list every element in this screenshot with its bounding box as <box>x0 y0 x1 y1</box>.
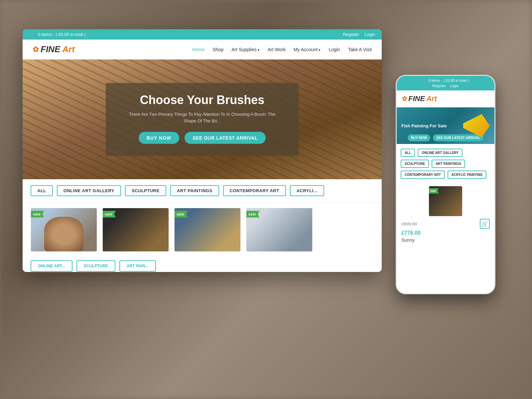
hero-buttons: BUY NOW SEE OUR LATEST ARRIVAL <box>122 132 282 144</box>
products-grid: sale sale sale sale <box>23 202 382 257</box>
logo: ✿ FINE Art <box>33 44 75 55</box>
hero-title: Choose Your Brushes <box>122 93 282 107</box>
login-link[interactable]: Login <box>364 32 375 37</box>
mobile-topbar: 🛒 0 items - ( £0.00 in total ) Register … <box>397 76 494 90</box>
bottom-tab-2[interactable]: SCULPTURE <box>76 260 115 272</box>
product-image-2: sale <box>103 208 169 251</box>
nav-art-work[interactable]: Art Work <box>268 47 286 52</box>
mobile-register-link[interactable]: Register <box>432 84 446 88</box>
cart-text: 0 items - ( £0.00 in total ) <box>38 32 86 37</box>
filter-acrylic[interactable]: ACRYLI... <box>290 185 324 196</box>
mobile-product-prices: £805.00 🛒 <box>401 219 490 229</box>
sale-badge-2: sale <box>102 211 116 217</box>
mobile-cart-info: 🛒 0 items - ( £0.00 in total ) <box>401 78 490 83</box>
product-image-1: sale <box>31 208 97 251</box>
mobile-logo-bar: ✿ FINE Art <box>397 90 494 107</box>
filter-bar: ALL ONLINE ART GALLERY SCULPTURE ART PAI… <box>23 179 382 202</box>
mobile-filter-all[interactable]: ALL <box>401 149 415 157</box>
sale-badge-1: sale <box>31 211 44 217</box>
mobile-filter-acrylic-painting[interactable]: ACRYLIC PAINTING <box>448 171 487 179</box>
mobile-new-price: £776.00 <box>401 230 421 236</box>
desktop-browser: 0 items - ( £0.00 in total ) Register Lo… <box>23 29 382 272</box>
cart-icon <box>29 32 36 37</box>
hero-buy-now-button[interactable]: BUY NOW <box>139 132 179 144</box>
sale-badge-4: sale <box>246 211 259 217</box>
mobile-hero: Fish Painting For Sale BUY NOW SEE OUR L… <box>397 107 494 144</box>
filter-online-art-gallery[interactable]: ONLINE ART GALLERY <box>57 185 121 196</box>
filter-all[interactable]: ALL <box>31 185 53 196</box>
product-image-4: sale <box>246 208 312 251</box>
mobile-filter-contemporary-art[interactable]: CONTEMPORARY ART <box>401 171 445 179</box>
product-card-2[interactable]: sale <box>102 208 169 252</box>
filter-contemporary-art[interactable]: CONTEMPORARY ART <box>223 185 286 196</box>
mobile-filter-sculpture[interactable]: SCULPTURE <box>401 160 429 168</box>
mobile-hero-title: Fish Painting For Sale <box>401 123 447 128</box>
main-nav: ✿ FINE Art Home Shop Art Supplies Art Wo… <box>23 40 382 60</box>
filter-art-paintings[interactable]: ART PAINTINGS <box>170 185 219 196</box>
product-card-4[interactable]: sale <box>246 208 313 252</box>
mobile-product-card[interactable]: sale £805.00 🛒 £776.00 Sunny <box>397 184 494 245</box>
filter-sculpture[interactable]: SCULPTURE <box>125 185 166 196</box>
mobile-filter-bar: ALL ONLINE ART GALLERY SCULPTURE ART PAI… <box>397 144 494 184</box>
register-link[interactable]: Register <box>343 32 359 37</box>
nav-login[interactable]: Login <box>329 47 340 52</box>
product-card-3[interactable]: sale <box>174 208 241 252</box>
mobile-logo-gear-icon: ✿ <box>402 95 407 102</box>
bottom-tabs: ONLINE ART... SCULPTURE ART PAIN... <box>23 257 382 272</box>
bottom-tab-1[interactable]: ONLINE ART... <box>31 260 72 272</box>
hero-section: Choose Your Brushes There Are Two Primar… <box>23 60 382 179</box>
mobile-product-image: sale <box>429 186 462 216</box>
mobile-filter-art-paintings[interactable]: ART PAINTINGS <box>432 160 465 168</box>
product-card-1[interactable]: sale <box>31 208 97 252</box>
mobile-old-price: £805.00 <box>401 221 417 226</box>
nav-take-a-visit[interactable]: Take A Visit <box>348 47 372 52</box>
sale-badge-3: sale <box>174 211 188 217</box>
mobile-buy-now-button[interactable]: BUY NOW <box>408 134 430 141</box>
mobile-auth-links: Register Login <box>401 84 490 88</box>
auth-links: Register Login <box>343 32 375 37</box>
mobile-logo-fine: FINE <box>408 94 425 103</box>
mobile-product-name: Sunny <box>401 237 415 243</box>
desktop-topbar: 0 items - ( £0.00 in total ) Register Lo… <box>23 29 382 40</box>
nav-home[interactable]: Home <box>192 47 204 52</box>
logo-art-text: Art <box>62 44 75 55</box>
mobile-fish-image <box>463 114 490 137</box>
hero-overlay: Choose Your Brushes There Are Two Primar… <box>106 83 299 156</box>
mobile-filter-online-art-gallery[interactable]: ONLINE ART GALLERY <box>418 149 463 157</box>
hero-see-arrival-button[interactable]: SEE OUR LATEST ARRIVAL <box>185 132 266 144</box>
mobile-sale-badge: sale <box>429 188 439 194</box>
nav-links: Home Shop Art Supplies Art Work My Accou… <box>192 47 372 52</box>
mobile-add-to-cart-button[interactable]: 🛒 <box>480 219 490 229</box>
mobile-see-arrival-button[interactable]: SEE OUR LATEST ARRIVAL <box>433 134 483 141</box>
cart-info[interactable]: 0 items - ( £0.00 in total ) <box>29 32 86 37</box>
mobile-logo: ✿ FINE Art <box>402 94 489 103</box>
mobile-cart-icon: 🛒 <box>422 78 427 83</box>
mobile-cart-text: 0 items - ( £0.00 in total ) <box>428 78 469 83</box>
mobile-logo-art: Art <box>426 94 437 103</box>
mobile-login-link[interactable]: Login <box>450 84 459 88</box>
product-image-3: sale <box>175 208 240 251</box>
nav-art-supplies[interactable]: Art Supplies <box>231 47 260 52</box>
nav-shop[interactable]: Shop <box>213 47 224 52</box>
mobile-browser: 🛒 0 items - ( £0.00 in total ) Register … <box>396 75 495 294</box>
logo-gear-icon: ✿ <box>33 45 39 54</box>
bottom-tab-3[interactable]: ART PAIN... <box>119 260 156 272</box>
logo-fine-text: FINE <box>41 44 60 55</box>
hero-subtitle: There Are Two Primary Things To Pay Atte… <box>122 111 282 124</box>
nav-my-account[interactable]: My Account <box>294 47 321 52</box>
